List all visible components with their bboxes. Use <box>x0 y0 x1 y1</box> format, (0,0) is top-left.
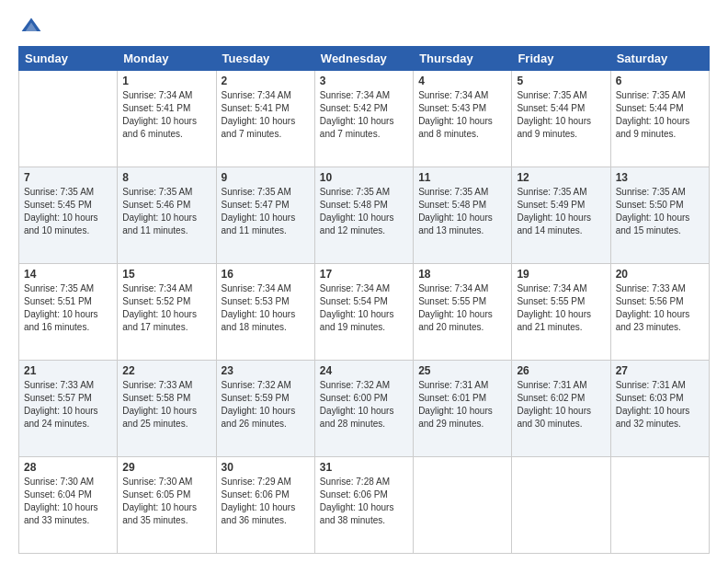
day-info: Sunrise: 7:35 AM Sunset: 5:44 PM Dayligh… <box>616 89 704 141</box>
day-info: Sunrise: 7:34 AM Sunset: 5:43 PM Dayligh… <box>418 89 506 141</box>
day-info: Sunrise: 7:34 AM Sunset: 5:54 PM Dayligh… <box>320 282 408 334</box>
day-number: 24 <box>320 364 408 377</box>
day-cell <box>512 457 610 554</box>
day-info: Sunrise: 7:33 AM Sunset: 5:58 PM Dayligh… <box>122 379 210 431</box>
day-number: 6 <box>616 75 704 87</box>
day-cell: 18Sunrise: 7:34 AM Sunset: 5:55 PM Dayli… <box>414 264 512 361</box>
day-info: Sunrise: 7:31 AM Sunset: 6:02 PM Dayligh… <box>517 379 605 431</box>
header-cell-friday: Friday <box>512 47 610 71</box>
day-info: Sunrise: 7:29 AM Sunset: 6:06 PM Dayligh… <box>222 476 310 527</box>
day-number: 20 <box>616 268 704 281</box>
day-number: 18 <box>418 268 506 281</box>
day-info: Sunrise: 7:31 AM Sunset: 6:03 PM Dayligh… <box>616 379 704 431</box>
header-cell-tuesday: Tuesday <box>216 47 314 71</box>
week-row-1: 7Sunrise: 7:35 AM Sunset: 5:45 PM Daylig… <box>19 167 710 264</box>
day-number: 29 <box>122 461 210 474</box>
day-number: 23 <box>222 364 310 377</box>
day-number: 14 <box>24 268 112 281</box>
day-number: 5 <box>517 75 605 87</box>
day-cell: 26Sunrise: 7:31 AM Sunset: 6:02 PM Dayli… <box>512 361 610 457</box>
day-info: Sunrise: 7:35 AM Sunset: 5:45 PM Dayligh… <box>24 186 112 237</box>
day-number: 2 <box>222 75 310 87</box>
day-info: Sunrise: 7:30 AM Sunset: 6:05 PM Dayligh… <box>122 476 210 527</box>
day-number: 17 <box>320 268 408 281</box>
day-cell: 20Sunrise: 7:33 AM Sunset: 5:56 PM Dayli… <box>610 264 709 361</box>
day-number: 25 <box>418 364 506 377</box>
day-info: Sunrise: 7:32 AM Sunset: 5:59 PM Dayligh… <box>222 379 310 431</box>
day-cell: 24Sunrise: 7:32 AM Sunset: 6:00 PM Dayli… <box>314 361 413 457</box>
day-cell: 10Sunrise: 7:35 AM Sunset: 5:48 PM Dayli… <box>314 167 413 264</box>
logo-text <box>18 17 42 39</box>
day-number: 21 <box>24 364 112 377</box>
week-row-2: 14Sunrise: 7:35 AM Sunset: 5:51 PM Dayli… <box>19 264 710 361</box>
day-info: Sunrise: 7:34 AM Sunset: 5:41 PM Dayligh… <box>122 89 210 141</box>
day-cell <box>414 457 512 554</box>
day-cell: 22Sunrise: 7:33 AM Sunset: 5:58 PM Dayli… <box>118 361 216 457</box>
day-cell: 16Sunrise: 7:34 AM Sunset: 5:53 PM Dayli… <box>216 264 314 361</box>
day-cell: 29Sunrise: 7:30 AM Sunset: 6:05 PM Dayli… <box>118 457 216 554</box>
page: SundayMondayTuesdayWednesdayThursdayFrid… <box>0 0 728 563</box>
day-cell: 23Sunrise: 7:32 AM Sunset: 5:59 PM Dayli… <box>216 361 314 457</box>
day-info: Sunrise: 7:34 AM Sunset: 5:53 PM Dayligh… <box>222 282 310 334</box>
day-info: Sunrise: 7:35 AM Sunset: 5:49 PM Dayligh… <box>517 186 605 237</box>
day-number: 9 <box>222 171 310 184</box>
day-cell: 15Sunrise: 7:34 AM Sunset: 5:52 PM Dayli… <box>118 264 216 361</box>
day-info: Sunrise: 7:35 AM Sunset: 5:47 PM Dayligh… <box>222 186 310 237</box>
day-cell: 2Sunrise: 7:34 AM Sunset: 5:41 PM Daylig… <box>216 71 314 167</box>
day-info: Sunrise: 7:32 AM Sunset: 6:00 PM Dayligh… <box>320 379 408 431</box>
day-cell: 27Sunrise: 7:31 AM Sunset: 6:03 PM Dayli… <box>610 361 709 457</box>
day-info: Sunrise: 7:35 AM Sunset: 5:48 PM Dayligh… <box>418 186 506 237</box>
day-cell: 12Sunrise: 7:35 AM Sunset: 5:49 PM Dayli… <box>512 167 610 264</box>
day-cell: 9Sunrise: 7:35 AM Sunset: 5:47 PM Daylig… <box>216 167 314 264</box>
day-number: 4 <box>418 75 506 87</box>
day-number: 11 <box>418 171 506 184</box>
day-info: Sunrise: 7:34 AM Sunset: 5:52 PM Dayligh… <box>122 282 210 334</box>
week-row-3: 21Sunrise: 7:33 AM Sunset: 5:57 PM Dayli… <box>19 361 710 457</box>
day-cell: 1Sunrise: 7:34 AM Sunset: 5:41 PM Daylig… <box>118 71 216 167</box>
day-number: 10 <box>320 171 408 184</box>
day-info: Sunrise: 7:35 AM Sunset: 5:51 PM Dayligh… <box>24 282 112 334</box>
day-info: Sunrise: 7:34 AM Sunset: 5:55 PM Dayligh… <box>517 282 605 334</box>
day-cell: 31Sunrise: 7:28 AM Sunset: 6:06 PM Dayli… <box>314 457 413 554</box>
day-info: Sunrise: 7:31 AM Sunset: 6:01 PM Dayligh… <box>418 379 506 431</box>
day-cell <box>19 71 118 167</box>
day-info: Sunrise: 7:35 AM Sunset: 5:44 PM Dayligh… <box>517 89 605 141</box>
day-number: 22 <box>122 364 210 377</box>
day-number: 27 <box>616 364 704 377</box>
day-number: 16 <box>222 268 310 281</box>
day-number: 31 <box>320 461 408 474</box>
calendar-table: SundayMondayTuesdayWednesdayThursdayFrid… <box>18 46 710 554</box>
day-number: 3 <box>320 75 408 87</box>
day-info: Sunrise: 7:34 AM Sunset: 5:41 PM Dayligh… <box>222 89 310 141</box>
day-cell: 6Sunrise: 7:35 AM Sunset: 5:44 PM Daylig… <box>610 71 709 167</box>
day-cell: 3Sunrise: 7:34 AM Sunset: 5:42 PM Daylig… <box>314 71 413 167</box>
day-number: 8 <box>122 171 210 184</box>
day-info: Sunrise: 7:30 AM Sunset: 6:04 PM Dayligh… <box>24 476 112 527</box>
day-cell: 13Sunrise: 7:35 AM Sunset: 5:50 PM Dayli… <box>610 167 709 264</box>
day-number: 28 <box>24 461 112 474</box>
day-info: Sunrise: 7:34 AM Sunset: 5:55 PM Dayligh… <box>418 282 506 334</box>
header-cell-thursday: Thursday <box>414 47 512 71</box>
day-number: 1 <box>122 75 210 87</box>
day-number: 26 <box>517 364 605 377</box>
day-info: Sunrise: 7:33 AM Sunset: 5:56 PM Dayligh… <box>616 282 704 334</box>
day-number: 12 <box>517 171 605 184</box>
header-cell-sunday: Sunday <box>19 47 118 71</box>
logo <box>18 17 42 39</box>
week-row-0: 1Sunrise: 7:34 AM Sunset: 5:41 PM Daylig… <box>19 71 710 167</box>
logo-icon <box>20 17 42 39</box>
day-info: Sunrise: 7:28 AM Sunset: 6:06 PM Dayligh… <box>320 476 408 527</box>
day-cell: 7Sunrise: 7:35 AM Sunset: 5:45 PM Daylig… <box>19 167 118 264</box>
day-cell: 25Sunrise: 7:31 AM Sunset: 6:01 PM Dayli… <box>414 361 512 457</box>
day-number: 30 <box>222 461 310 474</box>
header-cell-monday: Monday <box>118 47 216 71</box>
day-number: 15 <box>122 268 210 281</box>
header-row: SundayMondayTuesdayWednesdayThursdayFrid… <box>19 47 710 71</box>
day-cell: 21Sunrise: 7:33 AM Sunset: 5:57 PM Dayli… <box>19 361 118 457</box>
day-info: Sunrise: 7:33 AM Sunset: 5:57 PM Dayligh… <box>24 379 112 431</box>
day-cell: 8Sunrise: 7:35 AM Sunset: 5:46 PM Daylig… <box>118 167 216 264</box>
day-number: 7 <box>24 171 112 184</box>
header-cell-saturday: Saturday <box>610 47 709 71</box>
week-row-4: 28Sunrise: 7:30 AM Sunset: 6:04 PM Dayli… <box>19 457 710 554</box>
day-info: Sunrise: 7:34 AM Sunset: 5:42 PM Dayligh… <box>320 89 408 141</box>
